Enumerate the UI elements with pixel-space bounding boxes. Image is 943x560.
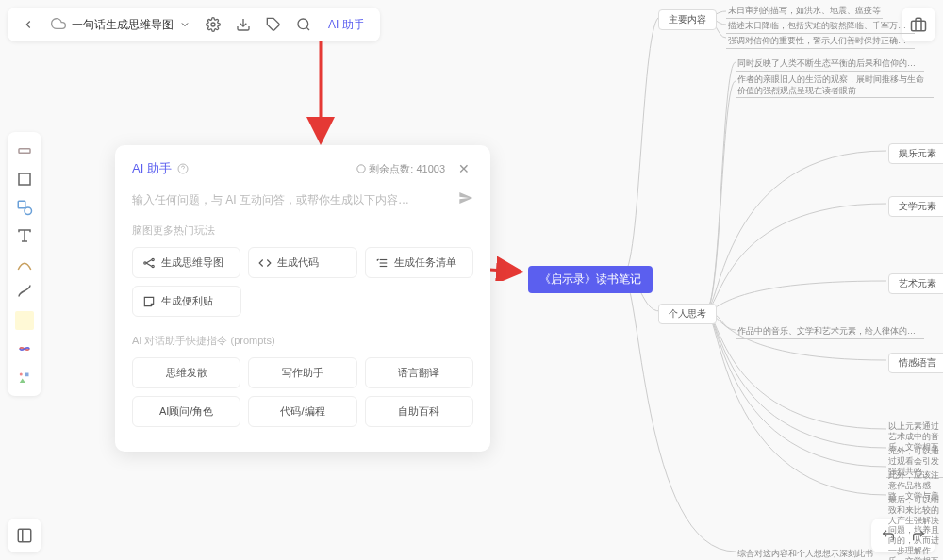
- action-generate-code[interactable]: 生成代码: [248, 247, 356, 278]
- svg-point-0: [211, 23, 215, 26]
- document-title: 一句话生成思维导图: [72, 17, 174, 33]
- mindmap-leaf[interactable]: 作者的亲眼旧人的生活的观察，展时间推移与生命价值的强烈观点呈现在读者眼前: [736, 74, 934, 98]
- outline-toggle-button[interactable]: [8, 519, 41, 552]
- mindmap-leaf[interactable]: 末日审判的描写，如洪水、地震、瘟疫等: [726, 4, 883, 19]
- help-icon[interactable]: [177, 163, 189, 174]
- tool-sticky-note[interactable]: [15, 311, 34, 330]
- action-generate-mindmap[interactable]: 生成思维导图: [132, 247, 240, 278]
- mindmap-leaf[interactable]: 综合对这内容和个人想想示深刻此书: [736, 547, 875, 560]
- close-button[interactable]: ✕: [455, 161, 473, 176]
- mindmap-node[interactable]: 个人思考: [658, 304, 717, 324]
- svg-point-23: [357, 164, 365, 172]
- svg-point-25: [152, 258, 154, 260]
- svg-point-24: [144, 261, 146, 263]
- svg-rect-6: [19, 173, 30, 185]
- mindmap-root-node[interactable]: 《启示录》读书笔记: [528, 266, 653, 293]
- svg-point-8: [25, 207, 32, 215]
- action-generate-sticky[interactable]: 生成便利贴: [132, 286, 241, 317]
- mindmap-node[interactable]: 文学元素: [888, 196, 943, 217]
- mindmap-node[interactable]: 娱乐元素: [888, 143, 943, 164]
- cloud-icon: [51, 16, 66, 34]
- prompt-encyclopedia[interactable]: 自助百科: [365, 396, 473, 427]
- prompt-ai-role[interactable]: AI顾问/角色: [132, 396, 240, 427]
- svg-point-26: [152, 265, 154, 267]
- prompt-translate[interactable]: 语言翻译: [365, 357, 473, 388]
- credits-indicator: 剩余点数: 41003: [356, 162, 445, 176]
- svg-marker-13: [20, 379, 25, 384]
- document-title-dropdown[interactable]: 一句话生成思维导图: [45, 16, 196, 34]
- tool-shape[interactable]: [11, 194, 38, 221]
- ai-panel-title: AI 助手: [132, 160, 189, 177]
- ai-assistant-panel: AI 助手 剩余点数: 41003 ✕ 脑图更多热门玩法 生成思维导图 生成代码: [115, 145, 490, 452]
- sticky-icon: [142, 295, 156, 308]
- settings-button[interactable]: [200, 11, 226, 38]
- chevron-down-icon: [179, 19, 190, 30]
- mindmap-canvas[interactable]: 《启示录》读书笔记 主要内容 个人思考 末日审判的描写，如洪水、地震、瘟疫等 描…: [528, 0, 943, 560]
- tool-mindmap[interactable]: [11, 336, 38, 362]
- tool-frame[interactable]: [11, 166, 38, 192]
- prompt-coding[interactable]: 代码/编程: [248, 396, 356, 427]
- mindmap-node[interactable]: 主要内容: [658, 9, 717, 30]
- export-button[interactable]: [230, 11, 256, 38]
- tool-pen[interactable]: [11, 251, 38, 277]
- left-tool-sidebar: [8, 132, 41, 396]
- back-button[interactable]: [15, 11, 41, 38]
- svg-point-11: [20, 373, 23, 376]
- ai-assistant-button[interactable]: AI 助手: [321, 17, 372, 33]
- prompts-section-label: AI 对话助手快捷指令 (prompts): [132, 334, 473, 348]
- tasklist-icon: [375, 256, 389, 270]
- mindmap-node[interactable]: 艺术元素: [888, 273, 943, 294]
- search-button[interactable]: [290, 11, 317, 38]
- mindmap-leaf[interactable]: 强调对信仰的重要性，警示人们善时保持正确的信仰: [726, 34, 915, 49]
- prompt-diverge[interactable]: 思维发散: [132, 357, 240, 388]
- prompt-writing[interactable]: 写作助手: [248, 357, 356, 388]
- svg-rect-5: [19, 149, 30, 154]
- mindmap-leaf[interactable]: 作品中的音乐、文学和艺术元素，给人律体的激烈的情感故事: [736, 324, 924, 339]
- ai-prompt-input[interactable]: [132, 193, 451, 206]
- svg-rect-14: [18, 529, 31, 542]
- mindmap-leaf[interactable]: 描述末日降临，包括灾难的骇然降临、千军万魔的形象等: [726, 19, 915, 34]
- svg-point-3: [298, 19, 308, 29]
- popular-section-label: 脑图更多热门玩法: [132, 223, 473, 238]
- mindmap-leaf[interactable]: 最后，可以细致和来比较的人产生强解决问题，培养且向的，从而进一步理解作乐、文学相…: [886, 494, 943, 560]
- code-icon: [258, 256, 272, 270]
- tag-button[interactable]: [260, 11, 287, 38]
- mindmap-leaf[interactable]: 同时反映了人类不断生态平衡的后果和信仰的重要性: [736, 57, 924, 72]
- tool-select[interactable]: [11, 138, 38, 164]
- tool-connector[interactable]: [11, 279, 38, 305]
- svg-rect-12: [25, 373, 29, 377]
- tool-text[interactable]: [11, 222, 38, 249]
- action-generate-tasklist[interactable]: 生成任务清单: [365, 247, 473, 278]
- svg-line-4: [306, 27, 309, 30]
- tool-more[interactable]: [11, 364, 38, 390]
- top-toolbar: 一句话生成思维导图 AI 助手: [8, 8, 380, 41]
- mindmap-node[interactable]: 情感语言: [888, 353, 943, 373]
- annotation-arrow-down: [302, 41, 339, 145]
- send-button[interactable]: [458, 190, 473, 208]
- svg-rect-7: [18, 201, 25, 208]
- mindmap-icon: [142, 256, 156, 270]
